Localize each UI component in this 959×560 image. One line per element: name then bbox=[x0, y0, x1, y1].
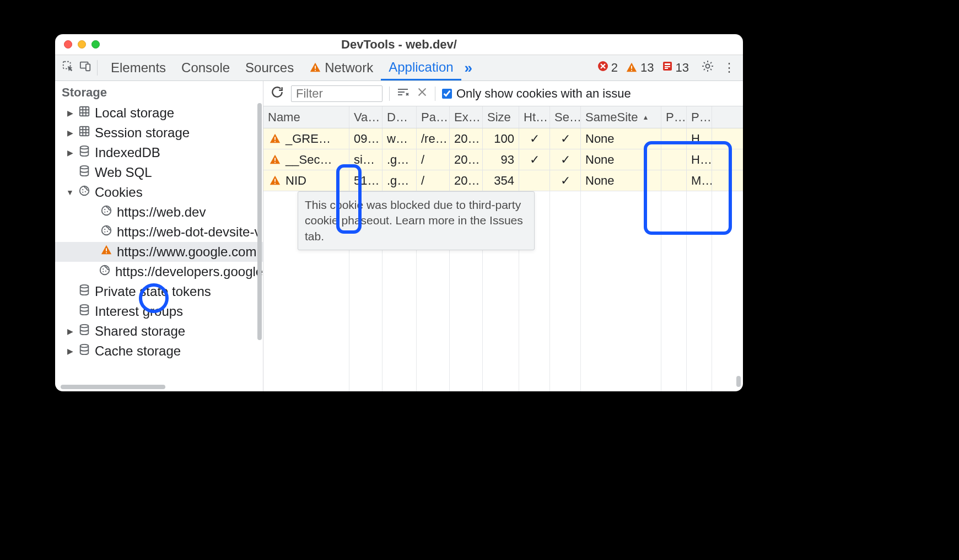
tree-caret-icon: ▶ bbox=[66, 347, 74, 356]
kebab-icon[interactable]: ⋮ bbox=[723, 61, 735, 75]
svg-rect-9 bbox=[665, 63, 670, 65]
cell: None bbox=[581, 149, 661, 170]
column-header[interactable]: Ex… bbox=[450, 106, 483, 128]
tab-network[interactable]: Network bbox=[301, 55, 381, 80]
gear-icon[interactable] bbox=[701, 60, 714, 76]
inspect-icon[interactable] bbox=[62, 60, 74, 76]
cell: w… bbox=[382, 128, 417, 149]
db-icon bbox=[78, 165, 90, 180]
tab-sources[interactable]: Sources bbox=[238, 55, 301, 80]
column-header[interactable]: Pa… bbox=[417, 106, 450, 128]
tab-application[interactable]: Application bbox=[381, 55, 461, 80]
sidebar-item[interactable]: ▶Private state tokens bbox=[55, 282, 263, 301]
sidebar-item-label: https://web.dev bbox=[117, 204, 206, 220]
cookie-icon bbox=[100, 224, 112, 240]
svg-point-12 bbox=[706, 64, 710, 68]
sidebar-item[interactable]: ▶https://web-dot-devsite-v bbox=[55, 222, 263, 242]
only-issue-checkbox[interactable]: Only show cookies with an issue bbox=[442, 87, 631, 101]
column-header[interactable]: Va… bbox=[349, 106, 382, 128]
column-header[interactable]: D… bbox=[382, 106, 417, 128]
sidebar-item[interactable]: ▶Session storage bbox=[55, 123, 263, 143]
db-icon bbox=[78, 284, 90, 299]
svg-rect-2 bbox=[86, 64, 90, 71]
column-header[interactable]: Se… bbox=[550, 106, 581, 128]
cell: None bbox=[581, 128, 661, 149]
svg-rect-4 bbox=[315, 70, 316, 71]
sidebar-item[interactable]: ▶https://web.dev bbox=[55, 202, 263, 222]
window-close-button[interactable] bbox=[64, 40, 72, 49]
column-header[interactable]: P… bbox=[661, 106, 687, 128]
column-header[interactable]: P… bbox=[687, 106, 712, 128]
db-icon bbox=[78, 324, 90, 339]
error-count[interactable]: 2 bbox=[597, 61, 618, 75]
tab-elements[interactable]: Elements bbox=[103, 55, 174, 80]
table-row[interactable]: _GRE…09…w…/re…20…100✓✓NoneH… bbox=[263, 128, 743, 149]
tab-console[interactable]: Console bbox=[174, 55, 238, 80]
sidebar-item-label: Session storage bbox=[95, 125, 190, 141]
tree-caret-icon: ▶ bbox=[66, 109, 74, 117]
sidebar-item[interactable]: ▶https://www.google.com bbox=[55, 242, 263, 262]
sidebar-item-label: IndexedDB bbox=[95, 145, 160, 160]
column-header[interactable]: Size bbox=[483, 106, 519, 128]
sidebar-item[interactable]: ▶Cache storage bbox=[55, 341, 263, 361]
clear-all-icon[interactable] bbox=[416, 86, 428, 101]
svg-rect-3 bbox=[315, 66, 316, 69]
sidebar-item[interactable]: ▶IndexedDB bbox=[55, 143, 263, 163]
sidebar-item-label: Private state tokens bbox=[95, 284, 211, 299]
sidebar-item-label: Local storage bbox=[95, 105, 174, 121]
window-zoom-button[interactable] bbox=[91, 40, 100, 49]
window-controls bbox=[55, 40, 100, 49]
cell: ✓ bbox=[519, 128, 550, 149]
window-minimize-button[interactable] bbox=[78, 40, 86, 49]
sidebar-item-label: Cookies bbox=[95, 185, 143, 200]
cell: 93 bbox=[483, 149, 519, 170]
sidebar-item[interactable]: ▼Cookies bbox=[55, 182, 263, 202]
sidebar-item-label: Shared storage bbox=[95, 324, 185, 339]
cell: 20… bbox=[450, 170, 483, 191]
clear-filter-icon[interactable] bbox=[396, 85, 410, 102]
sidebar-item[interactable]: ▶Web SQL bbox=[55, 163, 263, 182]
status-counts: 2 13 13 ⋮ bbox=[597, 60, 739, 76]
cell: ✓ bbox=[550, 170, 581, 191]
cell bbox=[661, 170, 687, 191]
column-header[interactable]: Name bbox=[263, 106, 349, 128]
table-row[interactable]: NID51….g…/20…354✓NoneM… bbox=[263, 170, 743, 191]
cell: 20… bbox=[450, 149, 483, 170]
sidebar-scrollbar[interactable] bbox=[257, 103, 262, 340]
filter-input[interactable] bbox=[291, 85, 382, 102]
cell: H… bbox=[687, 128, 712, 149]
tabs-overflow-button[interactable]: » bbox=[461, 60, 476, 77]
sidebar-item-label: https://web-dot-devsite-v bbox=[117, 224, 261, 240]
table-row[interactable]: __Sec…si….g…/20…93✓✓NoneH… bbox=[263, 149, 743, 170]
issues-count[interactable]: 13 bbox=[662, 61, 689, 75]
cell: ✓ bbox=[550, 128, 581, 149]
warning-icon bbox=[309, 62, 321, 74]
issues-icon bbox=[662, 61, 673, 75]
device-toolbar-icon[interactable] bbox=[79, 60, 91, 76]
reload-icon[interactable] bbox=[270, 85, 284, 103]
grid-icon bbox=[78, 125, 90, 141]
sidebar-item[interactable]: ▶Interest groups bbox=[55, 301, 263, 321]
db-icon bbox=[78, 304, 90, 319]
cookie-icon bbox=[100, 204, 112, 220]
column-header[interactable]: Ht… bbox=[519, 106, 550, 128]
cookie-icon bbox=[78, 185, 90, 200]
sidebar-hscrollbar[interactable] bbox=[61, 385, 165, 389]
cell: .g… bbox=[382, 149, 417, 170]
cookies-table: NameVa…D…Pa…Ex…SizeHt…Se…SameSiteP…P… _G… bbox=[263, 106, 743, 391]
column-header[interactable]: SameSite bbox=[581, 106, 661, 128]
table-scrollbar[interactable] bbox=[736, 376, 741, 387]
svg-rect-11 bbox=[665, 68, 668, 69]
db-icon bbox=[78, 145, 90, 160]
sidebar-item-label: Cache storage bbox=[95, 343, 181, 359]
cookie-icon bbox=[99, 264, 111, 279]
sidebar-item[interactable]: ▶Local storage bbox=[55, 103, 263, 123]
warning-count[interactable]: 13 bbox=[626, 61, 654, 75]
sidebar-item[interactable]: ▶https://developers.google bbox=[55, 262, 263, 282]
cookies-toolbar: Only show cookies with an issue bbox=[263, 81, 743, 106]
cell: si… bbox=[349, 149, 382, 170]
cell: __Sec… bbox=[263, 149, 349, 170]
svg-rect-7 bbox=[631, 70, 632, 71]
sidebar-item-label: Interest groups bbox=[95, 304, 183, 319]
sidebar-item[interactable]: ▶Shared storage bbox=[55, 321, 263, 341]
